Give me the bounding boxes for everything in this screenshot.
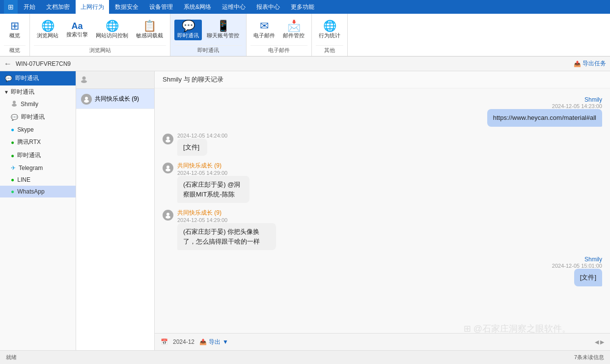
browse-icon: 🌐 xyxy=(41,21,55,31)
footer-scroll-right-icon[interactable]: ▶ xyxy=(600,339,604,345)
msg-3-avatar xyxy=(163,163,173,173)
ribbon-group-other-items: 🌐 行为统计 xyxy=(316,16,343,44)
sidebar-item-im[interactable]: 💬 即时通讯 xyxy=(0,111,76,124)
search-engine-label: 搜索引擎 xyxy=(66,31,88,38)
msg-3-sender: 共同快乐成长 (9) xyxy=(177,162,298,170)
overview-label: 概览 xyxy=(9,32,20,39)
sidebar-section-expand-icon: ▼ xyxy=(4,89,9,95)
behavior-stat-btn[interactable]: 🌐 行为统计 xyxy=(316,20,343,40)
overview-icon: ⊞ xyxy=(10,21,19,31)
ribbon-group-email-items: ✉ 电子邮件 📩 邮件管控 xyxy=(250,16,307,44)
sidebar-rtx-label: 腾讯RTX xyxy=(17,138,41,146)
sensitive-icon: 📋 xyxy=(143,21,156,31)
export-task-button[interactable]: 📤 导出任务 xyxy=(574,59,606,68)
export-label: 导出任务 xyxy=(582,59,606,68)
svg-point-1 xyxy=(12,104,17,107)
sidebar: 💬 即时通讯 ▼ 即时通讯 Shmily 💬 即时通讯 ● Skype ● 腾讯… xyxy=(0,71,76,350)
tab-doc-encrypt[interactable]: 文档加密 xyxy=(41,0,75,14)
sidebar-item-telegram[interactable]: ✈ Telegram xyxy=(0,162,76,174)
svg-point-7 xyxy=(166,140,170,142)
message-2: 2024-12-05 14:24:00 [文件] xyxy=(163,133,602,156)
msg-2-content: 2024-12-05 14:24:00 [文件] xyxy=(177,133,227,156)
ribbon-group-overview-label: 概览 xyxy=(4,45,26,54)
chat-list-header-icon xyxy=(80,78,88,84)
browse-label: 浏览网站 xyxy=(37,32,58,39)
ribbon-group-im-label: 即时通讯 xyxy=(174,45,242,54)
footer-export-icon: 📤 xyxy=(199,338,207,345)
behavior-stat-label: 行为统计 xyxy=(319,32,340,39)
sidebar-item-im2[interactable]: ● 即时通讯 xyxy=(0,149,76,162)
svg-point-8 xyxy=(166,166,169,168)
sensitive-label: 敏感词载截 xyxy=(136,32,163,39)
ribbon-group-browse-items: 🌐 浏览网站 Aa 搜索引擎 🌐 网站访问控制 📋 敏感词载截 xyxy=(34,16,166,44)
sidebar-item-tencent-rtx[interactable]: ● 腾讯RTX xyxy=(0,136,76,149)
chat-list-item-group1[interactable]: 共同快乐成长 (9) xyxy=(76,89,154,109)
sidebar-item-shmily[interactable]: Shmily xyxy=(0,97,76,111)
sidebar-item-skype[interactable]: ● Skype xyxy=(0,124,76,136)
sidebar-item-whatsapp[interactable]: ● WhatsApp xyxy=(0,186,76,197)
svg-point-6 xyxy=(166,137,169,140)
breadcrumb-path: WIN-07UFVRE7CN9 xyxy=(16,60,71,67)
tab-report-center[interactable]: 报表中心 xyxy=(251,0,285,14)
tab-system-net[interactable]: 系统&网络 xyxy=(179,0,216,14)
svg-point-2 xyxy=(83,77,86,80)
email-label: 电子邮件 xyxy=(253,32,275,39)
sidebar-im2-label: 即时通讯 xyxy=(17,151,41,160)
svg-point-10 xyxy=(166,213,169,216)
mail-ctrl-label: 邮件管控 xyxy=(283,32,305,39)
ribbon-group-email-label: 电子邮件 xyxy=(250,45,307,54)
search-engine-btn[interactable]: Aa 搜索引擎 xyxy=(63,21,91,39)
message-1: Shmily 2024-12-05 14:23:00 https://www.h… xyxy=(163,96,602,127)
sidebar-skype-label: Skype xyxy=(17,126,33,133)
msg-2-avatar xyxy=(163,134,173,144)
mail-ctrl-btn[interactable]: 📩 邮件管控 xyxy=(280,20,307,40)
sidebar-telegram-icon: ✈ xyxy=(11,165,16,171)
chat-footer: 📅 2024-12 📤 导出 ▼ ◀ ▶ xyxy=(155,333,610,350)
msg-4-avatar xyxy=(163,210,173,221)
sidebar-item-line[interactable]: ● LINE xyxy=(0,174,76,186)
msg-5-time: 2024-12-05 15:01:00 xyxy=(552,263,602,269)
msg-5-bubble: [文件] xyxy=(574,269,602,286)
statusbar-right: 7条未读信息 xyxy=(574,354,604,361)
msg-2-bubble: [文件] xyxy=(177,139,207,156)
msg-3-content: 共同快乐成长 (9) 2024-12-05 14:29:00 (石家庄彭于晏) … xyxy=(177,162,298,203)
visit-ctrl-btn[interactable]: 🌐 网站访问控制 xyxy=(93,20,131,40)
im-btn[interactable]: 💬 即时通讯 xyxy=(174,20,202,40)
visit-ctrl-icon: 🌐 xyxy=(106,21,119,31)
tab-start[interactable]: 开始 xyxy=(19,0,40,14)
sidebar-section-im[interactable]: ▼ 即时通讯 xyxy=(0,85,76,97)
footer-export-button[interactable]: 📤 导出 ▼ xyxy=(199,338,228,346)
msg-3-time: 2024-12-05 14:29:00 xyxy=(177,170,298,176)
sidebar-line-icon: ● xyxy=(11,176,14,183)
back-button[interactable]: ← xyxy=(4,59,12,68)
tab-device-mgmt[interactable]: 设备管理 xyxy=(144,0,178,14)
email-btn[interactable]: ✉ 电子邮件 xyxy=(250,20,278,40)
footer-export-dropdown-icon: ▼ xyxy=(222,338,228,345)
ribbon-group-email: ✉ 电子邮件 📩 邮件管控 电子邮件 xyxy=(247,14,312,56)
ribbon-group-im: 💬 即时通讯 📱 聊天账号管控 即时通讯 xyxy=(170,14,247,56)
ribbon-group-other: 🌐 行为统计 其他 xyxy=(312,14,348,56)
sidebar-telegram-label: Telegram xyxy=(19,165,43,171)
footer-export-label: 导出 xyxy=(209,338,221,346)
search-engine-icon: Aa xyxy=(71,22,83,30)
msg-1-bubble: https://www.heycan.com/material#all xyxy=(487,109,602,127)
chat-messages: Shmily 2024-12-05 14:23:00 https://www.h… xyxy=(155,88,610,333)
ribbon-home-icon[interactable]: ⊞ xyxy=(4,0,18,14)
msg-5-sender: Shmily xyxy=(584,256,602,263)
chat-account-btn[interactable]: 📱 聊天账号管控 xyxy=(204,20,242,40)
browse-btn[interactable]: 🌐 浏览网站 xyxy=(34,20,61,40)
tab-net-behavior[interactable]: 上网行为 xyxy=(76,0,109,14)
chat-panel: Shmily 与 的聊天记录 Shmily 2024-12-05 14:23:0… xyxy=(155,71,610,350)
tab-ops-center[interactable]: 运维中心 xyxy=(217,0,250,14)
sidebar-header-label: 即时通讯 xyxy=(15,74,39,83)
export-icon: 📤 xyxy=(574,60,581,67)
sensitive-btn[interactable]: 📋 敏感词载截 xyxy=(133,20,166,40)
tab-more[interactable]: 更多功能 xyxy=(286,0,319,14)
msg-4-bubble: (石家庄彭于晏) 你把头像换了，怎么搞得跟干啥的一样 xyxy=(177,223,276,250)
msg-2-with-avatar: 2024-12-05 14:24:00 [文件] xyxy=(163,133,227,156)
tab-data-security[interactable]: 数据安全 xyxy=(110,0,143,14)
svg-point-9 xyxy=(166,168,170,171)
svg-point-11 xyxy=(166,216,170,219)
footer-scroll-left-icon[interactable]: ◀ xyxy=(595,339,599,345)
overview-button[interactable]: ⊞ 概览 xyxy=(4,20,26,40)
